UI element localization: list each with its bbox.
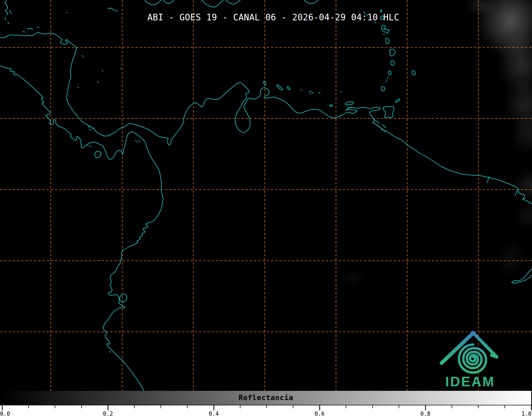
- hurricane-spiral-icon: [459, 345, 486, 373]
- island-bay-islands: [23, 27, 39, 32]
- colorbar-label: Reflectancia: [0, 393, 532, 402]
- islet-swan-roncador-providencia-sanandres-corn-miskito: [66, 12, 121, 88]
- colorbar-tick-label: 0.8: [420, 411, 430, 417]
- coastline-belize: [5, 0, 12, 24]
- island-puna: [110, 294, 127, 353]
- island-aruba: [263, 81, 266, 85]
- colorbar-minor-tick: [55, 405, 55, 408]
- islands-windward-antilles: [381, 38, 395, 91]
- map-area: IDEAM ABI - GOES 19 - CANAL 06 - 2026-04…: [0, 0, 532, 391]
- islet-bocas-del-toro: [88, 126, 94, 130]
- coastline-pacific-mainland: [0, 66, 163, 391]
- colorbar-tick-label: 0.4: [209, 411, 219, 417]
- coastline-hispaniola-fragment: [202, 0, 240, 7]
- coastlines-layer: [0, 0, 532, 391]
- islands-las-perlas: [135, 140, 140, 142]
- colorbar-tick-label: 0.0: [0, 411, 10, 417]
- ideam-logo-text: IDEAM: [445, 374, 495, 389]
- colorbar-major-tick: [2, 405, 3, 410]
- island-bonaire: [287, 86, 290, 90]
- colorbar-major-tick: [319, 405, 320, 410]
- colorbar-bar-row: Reflectancia: [0, 391, 532, 405]
- island-tobago: [395, 99, 400, 103]
- colorbar-major-tick: [213, 405, 214, 410]
- colorbar-major-tick: [425, 405, 426, 410]
- colorbar-minor-tick: [81, 405, 82, 408]
- island-coiba: [87, 145, 101, 158]
- colorbar-minor-tick: [478, 405, 479, 408]
- colorbar-minor-tick: [293, 405, 293, 408]
- image-title: ABI - GOES 19 - CANAL 06 - 2026-04-29 04…: [147, 12, 399, 22]
- coastline-caribbean-atlantic-mainland: [0, 32, 532, 204]
- colorbar-minor-tick: [372, 405, 373, 408]
- colorbar-tick-label: 1.0: [521, 411, 531, 417]
- guiana-river-mouths: [487, 176, 524, 200]
- satellite-product-figure: IDEAM ABI - GOES 19 - CANAL 06 - 2026-04…: [0, 0, 532, 417]
- colorbar-minor-tick: [504, 405, 505, 408]
- island-curacao: [277, 85, 283, 90]
- colorbar-minor-tick: [134, 405, 135, 408]
- ideam-logo: IDEAM: [442, 332, 497, 389]
- island-trinidad: [383, 107, 394, 118]
- colorbar-minor-tick: [240, 405, 240, 408]
- colorbar-tick-label: 0.2: [103, 411, 113, 417]
- islets-aves-losroques-orchila: [301, 90, 320, 94]
- colorbar-minor-tick: [161, 405, 161, 408]
- island-barbados: [412, 71, 416, 75]
- amazon-river-bank: [512, 269, 532, 283]
- colorbar-major-tick: [531, 405, 532, 410]
- colorbar-minor-tick: [28, 405, 29, 408]
- graticule-grid: [0, 0, 532, 391]
- coastline-jamaica-fragment: [145, 0, 174, 5]
- satellite-map: IDEAM: [0, 0, 532, 391]
- islet-pedro-cays: [108, 8, 118, 11]
- coastline-puerto-rico-fragment: [304, 0, 318, 4]
- colorbar-minor-tick: [399, 405, 399, 408]
- colorbar-minor-tick: [187, 405, 188, 408]
- colorbar-minor-tick: [266, 405, 267, 408]
- island-margarita: [345, 102, 354, 108]
- colorbar-major-tick: [108, 405, 108, 410]
- colorbar-axis: 0.00.20.40.60.81.0: [0, 405, 532, 417]
- colorbar: Reflectancia 0.00.20.40.60.81.0: [0, 391, 532, 417]
- orinoco-delta-channels: [372, 120, 386, 131]
- colorbar-minor-tick: [452, 405, 452, 408]
- colorbar-minor-tick: [346, 405, 346, 408]
- colorbar-tick-label: 0.6: [315, 411, 325, 417]
